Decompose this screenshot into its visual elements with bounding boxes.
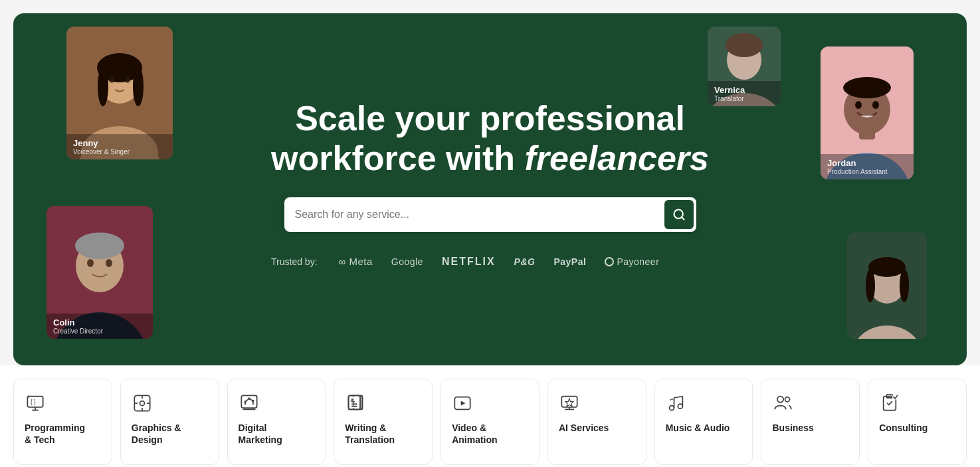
vernica-name: Vernica	[714, 85, 774, 95]
consulting-label: Consulting	[879, 422, 955, 434]
digital-marketing-icon	[239, 393, 260, 414]
trusted-by-section: Trusted by: ∞ Meta Google NETFLIX P&G Pa…	[271, 256, 709, 268]
freelancer-card-jenny: Jenny Voiceover & Singer	[66, 27, 173, 159]
freelancer-card-vernica: Vernica Translator	[708, 27, 781, 106]
colin-name: Colin	[53, 318, 146, 327]
category-card-business[interactable]: Business	[761, 379, 860, 465]
svg-point-25	[106, 259, 112, 267]
jenny-name: Jenny	[73, 138, 166, 148]
category-card-consulting[interactable]: Consulting	[868, 379, 967, 465]
programming-tech-icon: { }	[25, 393, 46, 414]
consulting-icon	[879, 393, 900, 414]
svg-point-7	[109, 76, 114, 83]
svg-point-19	[872, 101, 879, 109]
google-logo: Google	[391, 256, 423, 267]
freelancer-card-colin: Colin Creative Director	[47, 206, 153, 339]
svg-point-24	[87, 259, 94, 267]
business-icon	[772, 393, 793, 414]
programming-tech-label: Programming & Tech	[25, 422, 101, 446]
hero-headline: Scale your professionalworkforce with fr…	[271, 99, 709, 179]
category-card-programming-tech[interactable]: { } Programming & Tech	[13, 379, 112, 465]
payoneer-circle-icon	[605, 257, 614, 266]
sparkle-icon	[560, 394, 579, 413]
meta-logo: ∞ Meta	[339, 256, 373, 267]
svg-point-18	[855, 101, 862, 109]
graphics-design-icon	[132, 393, 153, 414]
svg-marker-58	[461, 401, 466, 406]
clipboard-check-icon	[880, 394, 899, 413]
category-card-writing-translation[interactable]: A Writing & Translation	[334, 379, 433, 465]
graphics-design-label: Graphics & Design	[132, 422, 208, 446]
svg-point-31	[900, 269, 909, 302]
search-icon	[672, 208, 686, 221]
svg-point-12	[726, 33, 763, 57]
svg-point-29	[868, 257, 906, 277]
pen-tool-icon	[133, 394, 151, 413]
monitor-icon: { }	[26, 394, 45, 413]
play-icon	[453, 394, 472, 413]
freelancer-card-jordan: Jordan Production Assistant	[821, 47, 914, 179]
svg-point-5	[133, 66, 144, 106]
payoneer-logo: Payoneer	[605, 256, 659, 267]
svg-point-30	[866, 269, 875, 302]
netflix-logo: NETFLIX	[442, 256, 496, 268]
digital-marketing-label: Digital Marketing	[239, 422, 315, 446]
category-card-ai-services[interactable]: AI Services	[547, 379, 646, 465]
svg-point-66	[678, 404, 682, 409]
svg-point-68	[785, 397, 790, 402]
category-card-digital-marketing[interactable]: Digital Marketing	[227, 379, 326, 465]
colin-card-info: Colin Creative Director	[47, 314, 153, 339]
writing-translation-icon: A	[345, 393, 366, 414]
categories-section: { } Programming & Tech Gr	[0, 365, 980, 467]
music-icon	[667, 394, 686, 413]
video-animation-label: Video & Animation	[452, 422, 528, 446]
svg-point-46	[248, 397, 250, 400]
video-animation-icon	[452, 393, 473, 414]
users-icon	[773, 394, 792, 413]
business-label: Business	[772, 422, 848, 434]
svg-point-4	[98, 66, 108, 106]
categories-grid: { } Programming & Tech Gr	[13, 379, 967, 465]
svg-point-17	[843, 77, 891, 98]
svg-point-23	[75, 233, 124, 259]
vernica-title: Translator	[714, 95, 774, 102]
category-card-music-audio[interactable]: Music & Audio	[654, 379, 753, 465]
svg-point-67	[777, 397, 783, 403]
svg-point-45	[244, 401, 246, 403]
hero-headline-italic: freelancers	[524, 139, 709, 177]
ai-services-icon	[559, 393, 580, 414]
file-text-icon: A	[346, 394, 365, 413]
bar-chart-icon	[240, 394, 258, 413]
jordan-name: Jordan	[827, 158, 907, 168]
svg-line-33	[681, 217, 684, 220]
jordan-title: Production Assistant	[827, 168, 907, 175]
svg-rect-44	[241, 395, 256, 408]
category-card-graphics-design[interactable]: Graphics & Design	[120, 379, 219, 465]
music-audio-icon	[666, 393, 687, 414]
trusted-label: Trusted by:	[271, 256, 318, 267]
svg-text:{ }: { }	[31, 399, 36, 405]
svg-point-65	[669, 406, 674, 411]
svg-line-63	[674, 397, 682, 398]
music-audio-label: Music & Audio	[666, 422, 742, 434]
search-button[interactable]	[664, 200, 694, 229]
category-card-video-animation[interactable]: Video & Animation	[441, 379, 539, 465]
vernica-card-info: Vernica Translator	[708, 81, 781, 106]
colin-title: Creative Director	[53, 327, 146, 335]
ai-services-label: AI Services	[559, 422, 635, 434]
pg-logo: P&G	[514, 256, 536, 267]
freelancer-card-bottom-right	[847, 233, 927, 339]
search-input[interactable]	[295, 202, 664, 227]
jenny-title: Voiceover & Singer	[73, 148, 166, 155]
jenny-card-info: Jenny Voiceover & Singer	[66, 134, 173, 159]
svg-point-39	[140, 401, 144, 406]
search-bar	[284, 197, 696, 232]
hero-content: Scale your professionalworkforce with fr…	[271, 99, 709, 268]
svg-point-47	[252, 400, 254, 403]
hero-section: Jenny Voiceover & Singer Vernica Transla…	[13, 13, 967, 365]
paypal-logo: PayPal	[553, 256, 586, 267]
writing-translation-label: Writing & Translation	[345, 422, 421, 446]
svg-point-8	[125, 76, 130, 83]
jordan-card-info: Jordan Production Assistant	[821, 154, 914, 179]
trusted-logos: ∞ Meta Google NETFLIX P&G PayPal Payonee…	[339, 256, 660, 268]
